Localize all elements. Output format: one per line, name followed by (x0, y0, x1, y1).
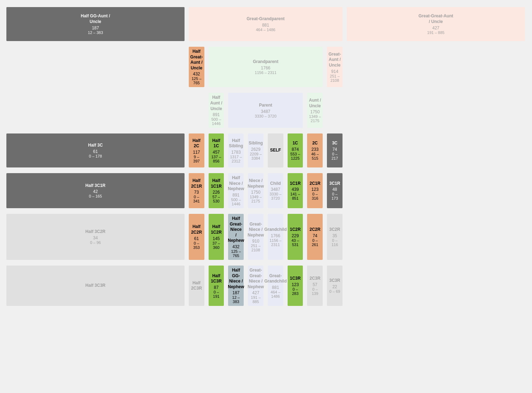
cell-half-2c1r: Half 2C1R 73 0 – 341 (187, 171, 206, 210)
cell-2c3r: 2C3R 57 0 – 139 (306, 263, 324, 308)
cell-sibling: Sibling 2629 2209 – 3384 (247, 131, 265, 170)
cell-3c1r: 3C1R 48 0 – 173 (326, 171, 344, 210)
cell-half-3c1r: Half 3C1R 42 0 – 165 (5, 171, 186, 210)
cell-empty-r4-end (345, 171, 526, 210)
cell-1c: 1C 874 553 – 1225 (286, 131, 305, 170)
cell-2c1r: 2C1R 123 0 – 316 (306, 171, 324, 210)
cell-half-gg-niece-nephew: Half GG-Niece /Nephew 187 12 – 383 (227, 263, 245, 308)
cell-great-grandchild: Great-Grandchild 881 464 – 1486 (266, 263, 285, 308)
cell-half-3c: Half 3C 61 0 – 178 (5, 131, 186, 170)
cell-empty-r2-end1 (326, 91, 344, 130)
cell-half-1c2r: Half 1C2R 145 37 – 360 (207, 212, 226, 262)
cell-half-2c2r: Half 2C2R 61 0 – 353 (187, 212, 206, 262)
cell-half-niece-nephew: Half Niece /Nephew 891 500 – 1446 (227, 171, 245, 210)
cell-empty-r5-end (345, 212, 526, 262)
cell-aunt-uncle: Aunt / Uncle 1750 1349 – 2175 (306, 91, 324, 130)
cell-empty-r2-0 (5, 91, 186, 130)
cell-half-gg-aunt-uncle: Half GG-Aunt /Uncle 187 12 – 383 (5, 5, 186, 43)
cell-empty-r3-end (345, 131, 526, 170)
cell-3c: 3C 74 0 – 217 (326, 131, 344, 170)
cell-half-2c: Half 2C 117 9 – 397 (187, 131, 206, 170)
cell-great-aunt-uncle: Great-Aunt /Uncle 914 251 – 2108 (326, 45, 344, 89)
cell-grandchild: Grandchild 1766 1156 – 2311 (266, 212, 285, 262)
cell-half-great-aunt-uncle: Half Great-Aunt /Uncle 432 125 – 765 (187, 45, 206, 89)
cell-niece-nephew: Niece / Nephew 1750 1349 – 2175 (247, 171, 265, 210)
cell-empty-r1-end (345, 45, 526, 89)
cell-parent: Parent 3487 3330 – 3720 (227, 91, 304, 130)
cell-1c3r: 1C3R 123 0 – 283 (286, 263, 305, 308)
cell-2c2r: 2C2R 74 0 – 261 (306, 212, 324, 262)
cell-half-1c3r: Half 1C3R 87 0 – 191 (207, 263, 226, 308)
cell-great-great-aunt-uncle: Great-Great-Aunt/ Uncle 427 191 – 885 (345, 5, 526, 43)
cell-1c1r: 1C1R 439 141 – 851 (286, 171, 305, 210)
cell-child: Child 3487 3330 – 3720 (266, 171, 285, 210)
cell-great-niece-nephew: Great-Niece /Nephew 910 251 – 2108 (247, 212, 265, 262)
cell-half-2c3r: Half 2C3R (187, 263, 206, 308)
cell-2c: 2C 233 46 – 515 (306, 131, 324, 170)
cell-half-3c2r: Half 3C2R 34 0 – 96 (5, 212, 186, 262)
cell-half-great-niece-nephew: Half Great-Niece/ Nephew 432 125 – 765 (227, 212, 245, 262)
cell-empty-r2-1 (187, 91, 206, 130)
relationship-chart: Half GG-Aunt /Uncle 187 12 – 383 Great-G… (4, 4, 528, 309)
cell-half-1c: Half 1C 457 137 – 856 (207, 131, 226, 170)
cell-grandparent: Grandparent 1766 1156 – 2311 (207, 45, 324, 89)
cell-empty-r6-end (345, 263, 526, 308)
cell-empty-r2-end2 (345, 91, 526, 130)
cell-1c2r: 1C2R 229 43 – 531 (286, 212, 305, 262)
cell-3c2r: 3C2R 35 0 – 116 (326, 212, 344, 262)
cell-half-3c3r: Half 3C3R (5, 263, 186, 308)
cell-self: SELF (266, 131, 285, 170)
cell-great-grandparent: Great-Grandparent 881 464 – 1486 (187, 5, 344, 43)
cell-half-sibling: Half Sibling 1783 1317 – 2312 (227, 131, 245, 170)
cell-great-great-niece-nephew: Great-Great-Niece / Nephew 427 191 – 885 (247, 263, 265, 308)
cell-half-1c1r: Half 1C1R 226 57 – 530 (207, 171, 226, 210)
cell-empty-r1-0 (5, 45, 186, 89)
cell-3c3r: 3C3R 22 0 – 69 (326, 263, 344, 308)
cell-half-aunt-uncle: Half Aunt / Uncle 891 500 – 1446 (207, 91, 226, 130)
